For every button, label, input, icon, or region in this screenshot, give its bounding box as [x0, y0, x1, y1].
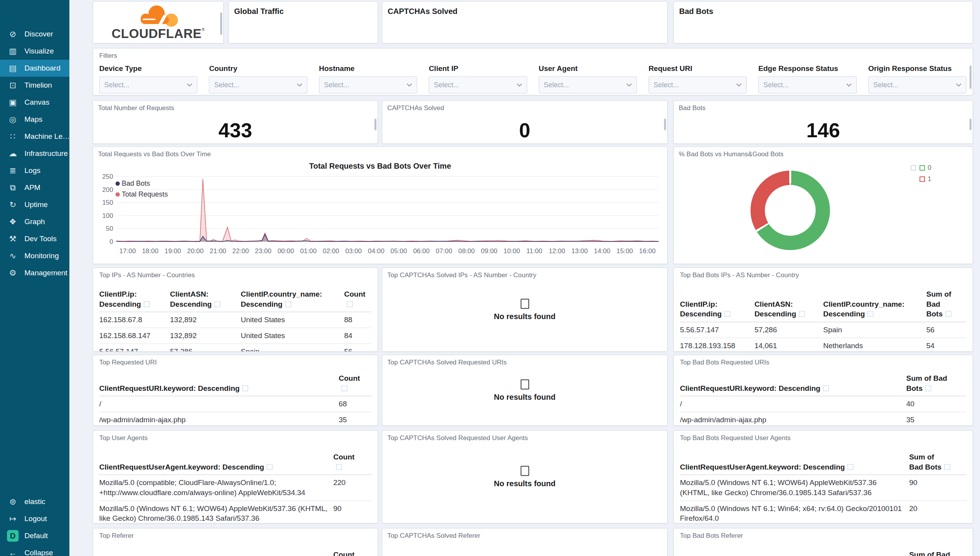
panel-title: % Bad Bots vs Humans&Good Bots	[674, 147, 973, 158]
timelion-icon: ⊡	[7, 81, 19, 90]
table-row: Mozilla/5.0 (Windows NT 6.1; WOW64) Appl…	[680, 475, 966, 501]
panel-scrollbar-thumb[interactable]	[970, 66, 971, 89]
x-axis-tick: 06:00	[413, 247, 430, 255]
column-header[interactable]: Count	[344, 289, 371, 312]
dashboard-icon: ▤	[7, 64, 19, 73]
dashboard-content: CLOUDFLARE® Global Traffic CAPTCHAs Solv…	[69, 0, 980, 556]
x-axis-tick: 15:00	[616, 247, 633, 255]
column-header[interactable]: ClientRequestUserAgent.keyword: Descendi…	[99, 452, 333, 475]
sidebar-item-label: Uptime	[24, 200, 48, 209]
sidebar-item-label: Machine Le…	[24, 132, 70, 141]
sidebar-item-apm[interactable]: ⧉APM	[0, 179, 69, 196]
x-axis-tick: 00:00	[278, 247, 294, 255]
y-axis-tick: 100	[102, 212, 113, 219]
panel-top-captcha-ips: Top CAPTCHAs Solved IPs - AS Number - Co…	[382, 268, 668, 352]
hostname-select[interactable]: Select...	[319, 76, 417, 93]
legend-item-bad-bots[interactable]: Bad Bots	[116, 180, 168, 188]
sidebar-item-collapse[interactable]: ←Collapse	[0, 544, 69, 556]
sidebar-item-discover[interactable]: ⊘Discover	[0, 26, 69, 43]
column-header[interactable]: Count	[339, 373, 371, 396]
sort-checkbox	[945, 311, 951, 317]
column-header[interactable]: Sum ofBad Bots	[909, 452, 966, 475]
column-header[interactable]: ClientRequestUserAgent.keyword: Descendi…	[680, 452, 909, 475]
sidebar-item-monitoring[interactable]: ∿Monitoring	[0, 247, 69, 264]
legend-item-total-requests[interactable]: Total Requests	[116, 190, 168, 199]
column-header[interactable]: Sum of Bad Bots	[906, 373, 966, 396]
country-select[interactable]: Select...	[209, 76, 307, 93]
column-header[interactable]: ClientRequestURI.keyword: Descending	[99, 373, 339, 396]
legend-item-1[interactable]: 1	[911, 175, 932, 183]
edge-response-status-select[interactable]: Select...	[758, 76, 856, 93]
select-placeholder: Select...	[763, 81, 788, 89]
panel-top-ips: Top IPs - AS Number - Countries ClientIP…	[93, 268, 378, 352]
origin-response-status-select[interactable]: Select...	[868, 76, 966, 93]
panel-scrollbar-thumb[interactable]	[374, 119, 376, 130]
chevron-down-icon	[736, 83, 742, 86]
table-row: 162.158.67.8132,892United States88	[99, 312, 371, 328]
sort-checkbox	[336, 464, 342, 470]
column-header[interactable]: Count	[333, 550, 371, 556]
filter-label: Client IP	[429, 64, 527, 73]
sidebar-item-dashboard[interactable]: ▤Dashboard	[0, 60, 69, 77]
x-axis-tick: 21:00	[210, 247, 226, 255]
column-header[interactable]: ClientIP.ip:Descending	[99, 289, 170, 312]
panel-scrollbar-thumb[interactable]	[220, 12, 222, 35]
select-placeholder: Select...	[873, 81, 899, 89]
uptime-icon: ↻	[7, 200, 19, 209]
panel-title: Total Number of Requests	[93, 101, 378, 112]
sidebar-item-elastic-user[interactable]: ⊚elastic	[0, 493, 69, 510]
column-header[interactable]: ClientIP.ip:Descending	[680, 289, 754, 322]
sidebar-item-management[interactable]: ⚙Management	[0, 264, 69, 281]
panel-top-badbot-uri: Top Bad Bots Requested URIs ClientReques…	[673, 355, 973, 426]
monitoring-icon: ∿	[7, 251, 19, 261]
device-type-select[interactable]: Select...	[99, 76, 197, 93]
sidebar-item-infrastructure[interactable]: ☁Infrastructure	[0, 145, 69, 162]
column-header[interactable]: ClientIP.country_name:Descending	[823, 289, 926, 322]
sidebar-item-uptime[interactable]: ↻Uptime	[0, 196, 69, 213]
user-agent-select[interactable]: Select...	[539, 76, 637, 93]
sidebar-item-maps[interactable]: ◎Maps	[0, 111, 69, 128]
sidebar-item-logs[interactable]: ≣Logs	[0, 162, 69, 179]
column-header[interactable]	[680, 550, 909, 556]
filter-user-agent: User Agent Select...	[539, 64, 637, 93]
sidebar-item-default-space[interactable]: DDefault	[0, 527, 69, 544]
sidebar-item-label: Logout	[24, 515, 47, 523]
column-header[interactable]: ClientASN:Descending	[754, 289, 823, 322]
panel-top-captcha-user-agents: Top CAPTCHAs Solved Requested User Agent…	[382, 430, 668, 523]
sidebar-item-visualize[interactable]: ▥Visualize	[0, 43, 69, 60]
panel-title: Top Bad Bots Requested User Agents	[680, 431, 966, 442]
column-header[interactable]: Count	[333, 452, 371, 475]
sort-checkbox	[144, 301, 150, 307]
filter-label: Hostname	[319, 64, 417, 73]
sidebar-item-canvas[interactable]: ▣Canvas	[0, 94, 69, 111]
select-placeholder: Select...	[214, 81, 239, 89]
sidebar-item-machine-learning[interactable]: ∷Machine Le…	[0, 128, 69, 145]
x-axis-tick: 02:00	[323, 247, 339, 255]
request-uri-select[interactable]: Select...	[649, 76, 747, 93]
x-axis-tick: 23:00	[255, 247, 272, 255]
legend-item-0[interactable]: 0	[911, 164, 932, 172]
column-header[interactable]: ClientASN:Descending	[170, 289, 241, 312]
column-header[interactable]: Sum of BadBots	[909, 550, 966, 556]
panel-scrollbar-thumb[interactable]	[970, 119, 971, 130]
select-placeholder: Select...	[324, 81, 349, 89]
sidebar-item-timelion[interactable]: ⊡Timelion	[0, 77, 69, 94]
column-header[interactable]: Sum of BadBots	[927, 289, 966, 322]
client-ip-select[interactable]: Select...	[429, 76, 527, 93]
panel-scrollbar-thumb[interactable]	[664, 119, 666, 130]
apm-icon: ⧉	[7, 183, 19, 192]
x-axis-tick: 12:00	[549, 247, 565, 255]
column-header[interactable]	[99, 550, 333, 556]
no-results-message: No results found	[382, 466, 667, 488]
sidebar-item-graph[interactable]: ❖Graph	[0, 213, 69, 230]
column-header[interactable]: ClientRequestURI.keyword: Descending	[680, 373, 906, 396]
panel-top-captcha-referer: Top CAPTCHAs Solved Referer	[382, 528, 668, 556]
sidebar-item-logout[interactable]: ↦Logout	[0, 510, 69, 527]
x-axis-tick: 10:00	[504, 247, 520, 255]
metric-value: 433	[93, 120, 378, 143]
column-header[interactable]: ClientIP.country_name:Descending	[241, 289, 344, 312]
table-row: 5.56.57.14757,286Spain56	[99, 344, 371, 352]
table-row: Mozilla/5.0 (Windows NT 6.1; Win64; x64;…	[680, 501, 966, 523]
sidebar-item-dev-tools[interactable]: ⚒Dev Tools	[0, 230, 69, 247]
x-axis-tick: 08:00	[458, 247, 475, 255]
